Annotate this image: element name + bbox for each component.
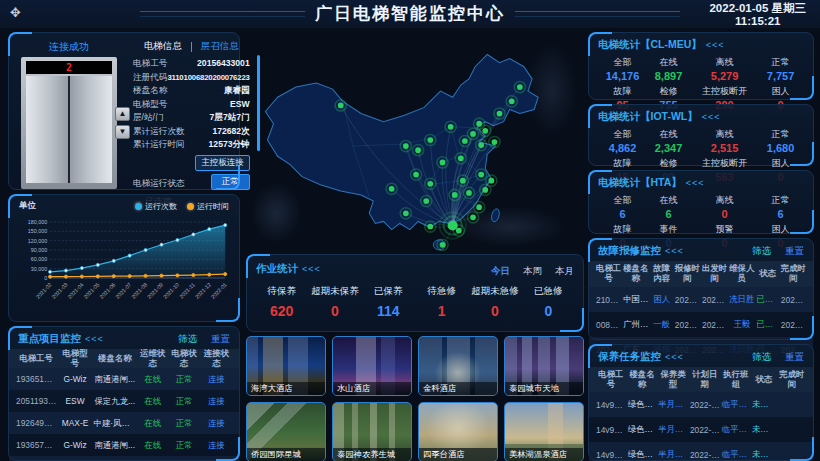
- table-row[interactable]: 19365733...G-Wiz南通港闸...在线正常连接: [9, 434, 239, 456]
- city-dot[interactable]: [462, 138, 468, 144]
- city-dot[interactable]: [415, 147, 421, 153]
- city-dot[interactable]: [492, 139, 498, 145]
- data-point[interactable]: [80, 266, 83, 269]
- table-row[interactable]: 14v955...绿色阳...半月维保2022-0...临平站1未出发: [589, 417, 813, 442]
- elevator-panel: 连接成功 2 ▲ ▼ 电梯信息 层召信息 电梯工号20156433001注册代码…: [8, 32, 240, 190]
- data-point[interactable]: [112, 275, 115, 278]
- city-dot[interactable]: [427, 137, 433, 143]
- city-dot[interactable]: [497, 111, 503, 117]
- tab-elevator-info[interactable]: 电梯信息: [144, 40, 182, 53]
- column-header: 楼盘名称: [627, 370, 657, 389]
- table-row[interactable]: 19264933...MAX-E中建·凤凰台在线正常连接: [9, 412, 239, 434]
- data-point[interactable]: [64, 275, 67, 278]
- filter-button[interactable]: 筛选: [752, 245, 771, 258]
- city-dot[interactable]: [476, 204, 482, 210]
- table-cell: 14v955...: [595, 400, 627, 410]
- table-row[interactable]: 19365133...G-Wiz南通港闸...在线正常连接: [9, 368, 239, 390]
- city-dot[interactable]: [482, 128, 488, 134]
- city-dot[interactable]: [482, 187, 488, 193]
- data-point[interactable]: [128, 274, 131, 277]
- data-point[interactable]: [112, 259, 115, 262]
- data-point[interactable]: [80, 275, 83, 278]
- city-dot[interactable]: [470, 215, 476, 221]
- city-dot[interactable]: [427, 181, 433, 187]
- table-cell: 绿色阳...: [627, 399, 657, 410]
- filter-button[interactable]: 筛选: [178, 333, 197, 346]
- city-dot[interactable]: [403, 143, 409, 149]
- filter-button[interactable]: 筛选: [752, 351, 771, 364]
- tab-floor-call-info[interactable]: 层召信息: [201, 40, 239, 53]
- jobs-tab[interactable]: 今日: [491, 265, 510, 278]
- city-dot[interactable]: [478, 142, 484, 148]
- legend-item[interactable]: 运行次数: [135, 201, 177, 212]
- column-header: 执行班组: [721, 370, 751, 389]
- city-dot[interactable]: [509, 98, 515, 104]
- data-point[interactable]: [192, 233, 195, 236]
- gallery-item[interactable]: 美林湖温泉酒店: [504, 402, 584, 461]
- city-dot[interactable]: [403, 210, 409, 216]
- gallery-item[interactable]: 金科酒店: [418, 336, 498, 396]
- city-dot[interactable]: [338, 103, 344, 109]
- jobs-tab[interactable]: 本月: [555, 265, 574, 278]
- scroll-down-button[interactable]: ▼: [115, 125, 130, 139]
- city-dot[interactable]: [458, 155, 464, 161]
- gallery-item[interactable]: 四季台酒店: [418, 402, 498, 461]
- job-stat-value: 620: [255, 303, 308, 319]
- city-dot[interactable]: [440, 242, 446, 248]
- hub-dot[interactable]: [448, 220, 458, 230]
- data-point[interactable]: [144, 248, 147, 251]
- table-row[interactable]: 21000...中国人...困人2022-...2022-...冼日胜已完成20…: [589, 287, 813, 312]
- stat-cell: 离线2,515: [691, 128, 758, 154]
- city-dot[interactable]: [448, 124, 454, 130]
- data-point[interactable]: [160, 243, 163, 246]
- data-point[interactable]: [208, 273, 211, 276]
- table-row[interactable]: 14v955...绿色阳...半月维保2022-0...临平站1未出发: [589, 442, 813, 461]
- data-point[interactable]: [64, 269, 67, 272]
- city-dot[interactable]: [476, 121, 482, 127]
- legend-item[interactable]: 运行时间: [187, 201, 229, 212]
- table-row[interactable]: 008971广州美...一般2022-...2022-...王毅已完成2022-…: [589, 312, 813, 337]
- table-row[interactable]: 20541133MAX-E翰林新村在线正常连接: [9, 456, 239, 461]
- data-point[interactable]: [96, 275, 99, 278]
- data-point[interactable]: [224, 272, 227, 275]
- city-dot[interactable]: [478, 172, 484, 178]
- gallery-item[interactable]: 水山酒店: [332, 336, 412, 396]
- table-row[interactable]: 14v955...绿色阳...半月维保2022-0...临平站1未出发: [589, 392, 813, 417]
- data-point[interactable]: [208, 228, 211, 231]
- city-dot[interactable]: [440, 160, 446, 166]
- data-point[interactable]: [224, 224, 227, 227]
- data-point[interactable]: [128, 254, 131, 257]
- data-point[interactable]: [176, 274, 179, 277]
- city-dot[interactable]: [466, 190, 472, 196]
- data-point[interactable]: [48, 270, 51, 273]
- elevator-door-left: [26, 76, 68, 183]
- gallery-item[interactable]: 泰园神农养生城: [332, 402, 412, 461]
- stat-label: 主控板断开: [691, 85, 758, 98]
- data-point[interactable]: [96, 263, 99, 266]
- city-dot[interactable]: [452, 192, 458, 198]
- gallery-item[interactable]: 侨园国际星城: [246, 402, 326, 461]
- gallery-item[interactable]: 泰园城市天地: [504, 336, 584, 396]
- reset-button[interactable]: 重置: [785, 245, 804, 258]
- gallery-item[interactable]: 海湾大酒店: [246, 336, 326, 396]
- city-dot[interactable]: [427, 224, 433, 230]
- reset-button[interactable]: 重置: [785, 351, 804, 364]
- move-icon[interactable]: ✥: [10, 5, 21, 20]
- table-row[interactable]: 20511933...ESW保定九龙...在线正常连接: [9, 390, 239, 412]
- city-dot[interactable]: [460, 178, 466, 184]
- city-dot[interactable]: [389, 186, 395, 192]
- data-point[interactable]: [192, 273, 195, 276]
- city-dot[interactable]: [517, 84, 523, 90]
- field-value: 31101006820200076223: [167, 71, 249, 85]
- data-point[interactable]: [176, 238, 179, 241]
- city-dot[interactable]: [413, 172, 419, 178]
- data-point[interactable]: [160, 274, 163, 277]
- reset-button[interactable]: 重置: [211, 333, 230, 346]
- jobs-tab[interactable]: 本周: [523, 265, 542, 278]
- data-point[interactable]: [144, 274, 147, 277]
- city-dot[interactable]: [423, 198, 429, 204]
- scroll-up-button[interactable]: ▲: [115, 107, 130, 121]
- city-dot[interactable]: [470, 131, 476, 137]
- data-point[interactable]: [48, 275, 51, 278]
- city-dot[interactable]: [489, 178, 495, 184]
